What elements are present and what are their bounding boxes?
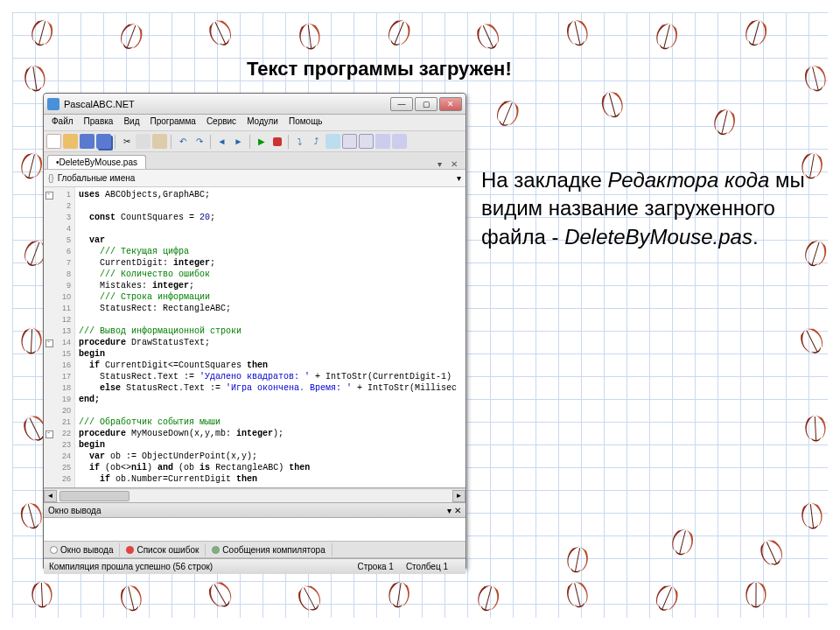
cut-icon[interactable]: ✂ (119, 134, 134, 149)
titlebar[interactable]: PascalABC.NET — ▢ ✕ (44, 94, 466, 115)
app-icon (47, 98, 60, 110)
minimize-button[interactable]: — (390, 97, 413, 111)
status-line: Строка 1 (357, 562, 393, 571)
leaf-decoration (379, 575, 419, 615)
run-icon[interactable]: ▶ (254, 134, 269, 149)
undo-icon[interactable]: ↶ (175, 134, 190, 149)
output-title: Окно вывода (48, 506, 101, 515)
slide-title: Текст программы загружен! (247, 58, 512, 80)
leaf-decoration (557, 540, 598, 581)
ide-window: PascalABC.NET — ▢ ✕ Файл Правка Вид Прог… (43, 93, 466, 569)
menu-modules[interactable]: Модули (242, 115, 284, 130)
stepover-icon[interactable]: ⤴ (309, 134, 324, 149)
scroll-left-icon[interactable]: ◄ (44, 490, 57, 502)
compile-icon[interactable] (326, 134, 340, 149)
editor-tabbar: •DeleteByMouse.pas ▾ ✕ (44, 152, 466, 170)
statusbar: Компиляция прошла успешно (56 строк) Стр… (44, 558, 466, 574)
leaf-decoration (290, 18, 330, 57)
chevron-down-icon: ▾ (457, 173, 461, 183)
scroll-track[interactable] (57, 490, 452, 502)
menu-edit[interactable]: Правка (79, 115, 119, 130)
redo-icon[interactable]: ↷ (192, 134, 206, 149)
leaf-decoration (738, 578, 774, 612)
tab-close-icon[interactable]: ✕ (446, 159, 462, 169)
maximize-button[interactable]: ▢ (415, 97, 438, 111)
editor-tab[interactable]: •DeleteByMouse.pas (47, 155, 146, 169)
menu-view[interactable]: Вид (118, 115, 144, 130)
status-message: Компиляция прошла успешно (56 строк) (49, 562, 213, 571)
menu-service[interactable]: Сервис (201, 115, 242, 130)
paste-icon[interactable] (152, 134, 167, 149)
leaf-decoration (24, 577, 60, 613)
menu-help[interactable]: Помощь (284, 115, 328, 130)
nav-back-icon[interactable]: ◄ (214, 134, 229, 149)
pin-icon[interactable]: ▾ (447, 506, 452, 515)
nav-fwd-icon[interactable]: ► (231, 134, 246, 149)
scroll-thumb[interactable] (60, 491, 130, 501)
status-column: Столбец 1 (406, 562, 448, 571)
output-panel-body[interactable] (44, 518, 466, 541)
code-area[interactable]: uses ABCObjects,GraphABC; const CountSqu… (75, 187, 466, 487)
horizontal-scrollbar[interactable]: ◄ ► (44, 488, 466, 502)
open-icon[interactable] (63, 134, 78, 149)
tab-dropdown-icon[interactable]: ▾ (433, 159, 446, 169)
leaf-decoration (797, 410, 834, 447)
window-title: PascalABC.NET (64, 99, 390, 109)
save-icon[interactable] (80, 134, 94, 149)
saveall-icon[interactable] (96, 134, 111, 149)
form-icon[interactable] (342, 134, 357, 149)
scope-dropdown[interactable]: {} Глобальные имена ▾ (44, 170, 466, 187)
tab-output[interactable]: Окно вывода (44, 543, 120, 556)
code-editor[interactable]: 1234567891011121314151617181920212223242… (44, 187, 466, 488)
tab-compiler[interactable]: Сообщения компилятора (206, 543, 332, 556)
slide-description: На закладке Редактора кода мы видим назв… (481, 166, 814, 251)
tab-errors[interactable]: Список ошибок (120, 543, 206, 556)
scope-label: Глобальные имена (58, 173, 136, 183)
menu-program[interactable]: Программа (144, 115, 200, 130)
panel1-icon[interactable] (375, 134, 390, 149)
panel2-icon[interactable] (392, 134, 407, 149)
menubar: Файл Правка Вид Программа Сервис Модули … (44, 115, 466, 131)
form2-icon[interactable] (359, 134, 374, 149)
line-gutter: 1234567891011121314151617181920212223242… (44, 187, 75, 487)
close-button[interactable]: ✕ (439, 97, 462, 111)
stepinto-icon[interactable]: ⤵ (292, 134, 307, 149)
output-panel-header[interactable]: Окно вывода ▾ ✕ (44, 502, 466, 518)
bottom-tabs: Окно вывода Список ошибок Сообщения комп… (44, 541, 466, 558)
toolbar: ✂ ↶ ↷ ◄ ► ▶ ⤵ ⤴ (44, 131, 466, 152)
copy-icon[interactable] (136, 134, 150, 149)
panel-close-icon[interactable]: ✕ (454, 506, 461, 515)
brace-icon: {} (48, 173, 54, 183)
new-icon[interactable] (46, 134, 61, 149)
stop-icon[interactable] (273, 137, 282, 146)
scroll-right-icon[interactable]: ► (452, 490, 466, 502)
menu-file[interactable]: Файл (46, 115, 79, 130)
leaf-decoration (793, 497, 832, 536)
